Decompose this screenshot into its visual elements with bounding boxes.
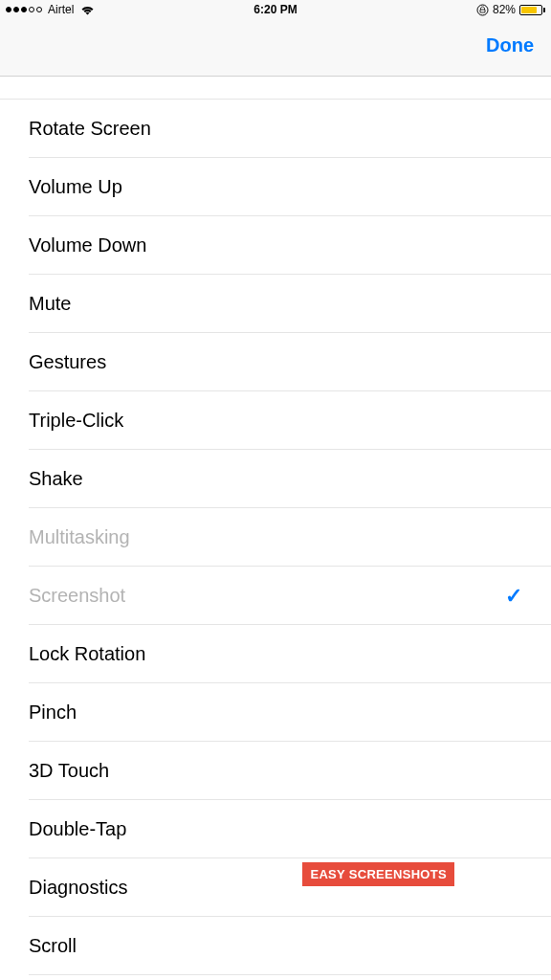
options-list: Rotate ScreenVolume UpVolume DownMuteGes… <box>0 77 551 975</box>
list-item-label: Screenshot <box>29 585 125 607</box>
list-item-label: Diagnostics <box>29 877 127 899</box>
list-item-label: Multitasking <box>29 526 130 548</box>
list-item-label: Volume Down <box>29 234 146 256</box>
list-item-label: Rotate Screen <box>29 118 151 140</box>
list-item-label: Triple-Click <box>29 410 123 432</box>
list-item[interactable]: 3D Touch <box>0 742 551 800</box>
list-item[interactable]: Double-Tap <box>0 800 551 858</box>
list-item-label: Gestures <box>29 351 106 373</box>
list-item[interactable]: Mute <box>0 275 551 333</box>
list-item-label: Volume Up <box>29 176 122 198</box>
list-item[interactable]: Triple-Click <box>0 391 551 450</box>
status-right: 82% <box>476 3 545 16</box>
list-item[interactable]: Screenshot✓ <box>0 567 551 625</box>
list-item-label: Lock Rotation <box>29 643 145 665</box>
list-item[interactable]: Gestures <box>0 333 551 391</box>
list-item[interactable]: Diagnostics <box>0 858 551 917</box>
list-item-label: Double-Tap <box>29 818 126 840</box>
list-item[interactable]: Scroll <box>0 917 551 975</box>
list-item-label: Scroll <box>29 935 77 957</box>
carrier-name: Airtel <box>48 3 74 16</box>
list-item-label: 3D Touch <box>29 760 109 782</box>
battery-icon <box>519 5 545 15</box>
list-item[interactable]: Shake <box>0 450 551 508</box>
done-button[interactable]: Done <box>486 34 534 56</box>
battery-percentage: 82% <box>493 3 516 16</box>
battery-fill <box>521 7 537 13</box>
list-item-label: Shake <box>29 468 83 490</box>
watermark-badge: EASY SCREENSHOTS <box>302 862 454 886</box>
list-item[interactable]: Lock Rotation <box>0 625 551 683</box>
status-bar: Airtel 6:20 PM 82% <box>0 0 551 19</box>
status-left: Airtel <box>6 3 95 16</box>
list-item[interactable]: Volume Down <box>0 216 551 275</box>
navigation-bar: Done <box>0 19 551 77</box>
wifi-icon <box>80 5 95 15</box>
orientation-lock-icon <box>476 4 489 16</box>
list-item[interactable]: Multitasking <box>0 508 551 567</box>
checkmark-icon: ✓ <box>505 584 522 609</box>
list-item[interactable]: Pinch <box>0 683 551 742</box>
list-item[interactable]: Volume Up <box>0 158 551 216</box>
list-item-label: Mute <box>29 293 71 315</box>
status-time: 6:20 PM <box>253 3 297 16</box>
list-item-label: Pinch <box>29 702 77 724</box>
list-spacer <box>0 77 551 100</box>
signal-strength-icon <box>6 7 42 12</box>
list-item[interactable]: Rotate Screen <box>0 100 551 158</box>
